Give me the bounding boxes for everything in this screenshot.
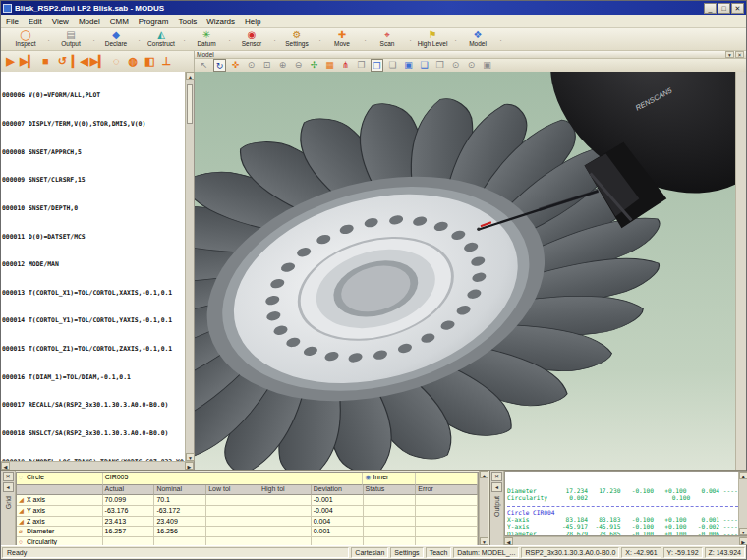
code-line[interactable]: 000014 T(CORTOL_Y1)=TOL/CORTOL,YAXIS,-0.… [2,317,185,324]
scroll-down-icon[interactable]: ▼ [186,453,195,461]
scroll-down-icon[interactable]: ▼ [739,528,747,535]
zoom-in-icon[interactable]: ⊕ [276,59,289,72]
find-button[interactable]: ◌ [109,54,124,70]
scroll-right-icon[interactable]: ▶ [739,537,747,545]
select-pointer-icon[interactable]: ↖ [198,59,210,72]
menu-item[interactable]: Help [240,17,265,26]
maximize-button[interactable] [718,3,730,14]
scroll-right-icon[interactable]: ▶ [185,462,194,470]
status-toggle-button[interactable]: Teach [426,547,452,558]
output-report-text[interactable]: Diameter 17.234 17.230 -0.100 +0.100 0.0… [505,472,738,535]
toolbar-button[interactable]: ◆ Declare [93,28,139,50]
grid-tab-label[interactable]: Grid [5,496,12,509]
toolbar-button[interactable]: ✚ Move [319,28,365,50]
menu-item[interactable]: Tools [173,17,201,26]
code-line[interactable]: 000018 SNSLCT/SA(RSP2_3x30.1.30.3.A0.0-B… [2,430,185,437]
code-line[interactable]: 000015 T(CORTOL_Z1)=TOL/CORTOL,ZAXIS,-0.… [2,346,185,353]
menu-item[interactable]: CMM [105,17,134,26]
menu-item[interactable]: View [47,17,74,26]
code-line[interactable]: 000011 D(0)=DATSET/MCS [2,234,185,241]
output-horizontal-scrollbar[interactable]: ◀ ▶ [504,536,747,545]
output-close-icon[interactable]: ✕ [491,472,502,481]
code-line[interactable]: 000008 SNSET/APPRCH,5 [2,149,185,156]
code-line[interactable]: 000013 T(CORTOL_X1)=TOL/CORTOL,XAXIS,-0.… [2,290,185,297]
code-line[interactable]: 000006 V(0)=VFORM/ALL,PLOT [2,92,185,99]
feature-name[interactable]: CIR005 [103,473,364,485]
toolbar-close-icon[interactable]: ✕ [735,51,744,58]
breakpoint-button[interactable]: ◧ [143,54,157,70]
table-row[interactable]: Y axis -63.176 -63.172 -0.004 [17,506,478,517]
code-line[interactable]: 000007 DISPLY/TERM,V(0),STOR,DMIS,V(0) [2,121,185,128]
table-row[interactable]: Diameter 16.257 16.256 0.001 [17,527,478,537]
run-button[interactable]: ▶ [3,54,18,70]
toolbar-dropdown-icon[interactable]: ▾ [725,51,734,58]
run-to-end-button[interactable]: ▶▎ [20,54,36,70]
viewport-right-scrollbar[interactable] [735,72,746,470]
scroll-left-icon[interactable]: ◀ [504,537,513,545]
code-line[interactable]: 000009 SNSET/CLRSRF,15 [2,177,185,184]
grid-vertical-scrollbar[interactable]: ▲ ▼ [479,471,488,545]
toolbar-button[interactable]: ◉ Sensor [229,28,274,50]
code-line[interactable]: 000016 T(DIAM_1)=TOL/DIAM,-0.1,0.1 [2,374,185,381]
datum-axes-icon[interactable]: ⋔ [339,59,352,72]
pan-hand-icon[interactable]: ✜ [229,59,242,72]
close-button[interactable] [731,3,744,14]
table-row[interactable]: Z axis 23.413 23.409 0.004 [17,517,478,528]
toolbar-button[interactable]: ◯ Inspect [3,28,48,50]
find-tagged-button[interactable]: ◍ [126,54,141,70]
clipboard-icon[interactable]: ▣ [481,59,493,72]
stop-button[interactable]: ■ [38,54,53,70]
menu-item[interactable]: Model [74,17,105,26]
code-line[interactable]: 000012 MODE/MAN [2,261,185,268]
scroll-up-icon[interactable]: ▲ [186,72,195,80]
minimize-button[interactable] [704,3,717,14]
page-outline-icon[interactable]: ❏ [386,59,399,72]
output-tab-label[interactable]: Output [493,496,500,517]
toolbar-button[interactable]: ❖ Model [455,28,500,50]
probe-tool-button[interactable]: ⊥ [159,54,174,70]
copy-view-icon[interactable]: ❐ [355,59,368,72]
scroll-down-icon[interactable]: ▼ [480,537,488,545]
copy-blue-icon[interactable]: ❐ [371,59,383,72]
menu-item[interactable]: File [1,17,24,26]
zoom-window-icon[interactable]: ⊡ [260,59,273,72]
step-forward-button[interactable]: ▶▎ [90,54,107,70]
output-nav-icon[interactable]: ◂ [491,482,502,492]
probe-zoom2-icon[interactable]: ⊙ [465,59,478,72]
zoom-icon[interactable]: ⊙ [245,59,258,72]
toolbar-button[interactable]: ◭ Construct [139,28,184,50]
toolbar-button[interactable]: ⚑ High Level [410,28,455,50]
grid-close-icon[interactable]: ✕ [3,472,14,481]
fit-view-icon[interactable]: ✢ [308,59,320,72]
probe-zoom-icon[interactable]: ⊙ [449,59,462,72]
code-horizontal-scrollbar[interactable]: ◀ ▶ [1,461,194,470]
rotate-view-icon[interactable]: ↻ [213,59,226,72]
page-blue-icon[interactable]: ▣ [402,59,415,72]
step-back-button[interactable]: ▎◀ [72,54,88,70]
menu-item[interactable]: Program [134,17,174,26]
lock-view-icon[interactable]: ❒ [433,59,446,72]
status-toggle-button[interactable]: Cartesian [351,547,388,558]
dmis-program-listing[interactable]: 000006 V(0)=VFORM/ALL,PLOT 000007 DISPLY… [1,72,185,461]
toolbar-button[interactable]: ⌖ Scan [365,28,410,50]
code-vertical-scrollbar[interactable]: ▲ ▼ [185,72,194,461]
scroll-up-icon[interactable]: ▲ [739,472,747,479]
grid-nav-icon[interactable]: ◂ [3,482,14,492]
toolbar-button[interactable]: ⚙ Settings [274,28,319,50]
code-line[interactable]: 000010 SNSET/DEPTH,0 [2,205,185,212]
3d-model-viewport[interactable]: RENSCAN5 [195,72,735,470]
scroll-thumb[interactable] [187,84,193,124]
toolbar-button[interactable]: ▤ Output [48,28,93,50]
status-toggle-button[interactable]: Settings [390,547,423,558]
menu-item[interactable]: Wizards [201,17,240,26]
output-vertical-scrollbar[interactable]: ▲ ▼ [738,472,747,535]
code-line[interactable]: 000017 RECALL/SA(RSP2_3x30.1.30.3.A0.0-B… [2,402,185,409]
bounding-box-icon[interactable]: ▦ [323,59,336,72]
toolbar-button[interactable]: ✳ Datum [184,28,229,50]
scroll-left-icon[interactable]: ◀ [1,462,10,470]
page-corner-icon[interactable]: ❑ [418,59,431,72]
menu-item[interactable]: Edit [24,17,47,26]
scroll-up-icon[interactable]: ▲ [480,471,488,478]
rerun-button[interactable]: ↺ [55,54,70,70]
table-row[interactable]: X axis 70.099 70.1 -0.001 [17,495,478,506]
